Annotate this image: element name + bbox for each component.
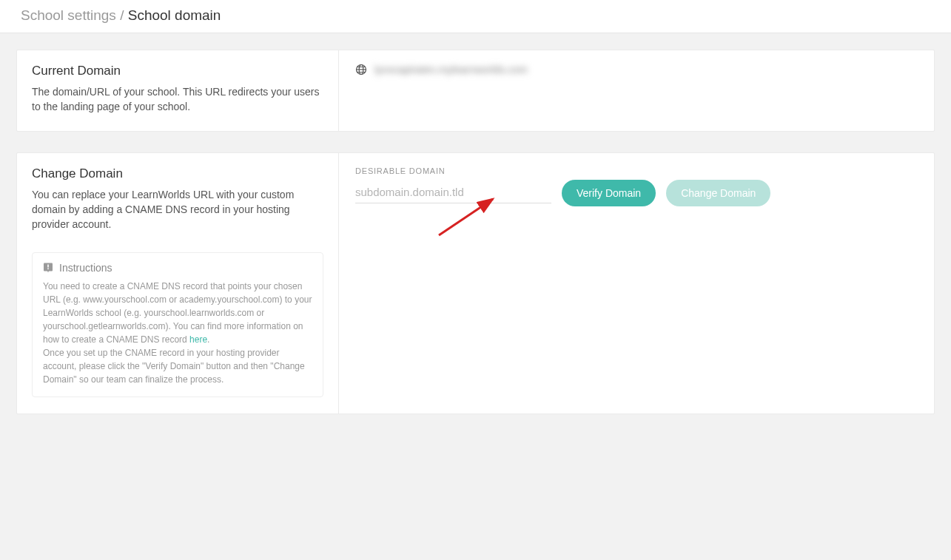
- instructions-card: Instructions You need to create a CNAME …: [32, 252, 323, 397]
- instructions-text-2: .: [207, 334, 209, 345]
- change-domain-title: Change Domain: [32, 166, 323, 181]
- breadcrumb-current: School domain: [128, 7, 221, 23]
- instructions-here-link[interactable]: here: [189, 334, 207, 345]
- svg-marker-4: [47, 271, 49, 273]
- instructions-title: Instructions: [59, 262, 112, 274]
- current-domain-desc: The domain/URL of your school. This URL …: [32, 84, 323, 115]
- globe-icon: [355, 64, 367, 75]
- change-domain-content: DESIRABLE DOMAIN Verify Domain Change Do…: [339, 153, 934, 414]
- instructions-body: You need to create a CNAME DNS record th…: [43, 280, 312, 386]
- current-domain-panel: Current Domain The domain/URL of your sc…: [16, 50, 935, 132]
- change-domain-info: Change Domain You can replace your Learn…: [17, 153, 339, 414]
- instructions-text-1: You need to create a CNAME DNS record th…: [43, 281, 312, 345]
- current-domain-content: lyoxcapiraten.mylearnworlds.com: [339, 50, 934, 131]
- breadcrumb: School settings / School domain: [21, 7, 930, 24]
- instructions-text-3: Once you set up the CNAME record in your…: [43, 348, 305, 385]
- note-icon: [43, 263, 53, 273]
- breadcrumb-parent[interactable]: School settings: [21, 7, 116, 23]
- svg-rect-5: [47, 265, 49, 268]
- verify-domain-button[interactable]: Verify Domain: [562, 180, 656, 206]
- current-domain-info: Current Domain The domain/URL of your sc…: [17, 50, 339, 131]
- svg-rect-6: [47, 269, 49, 270]
- desirable-domain-input[interactable]: [355, 183, 551, 203]
- desirable-domain-label: DESIRABLE DOMAIN: [355, 166, 918, 175]
- breadcrumb-separator: /: [120, 7, 124, 23]
- change-domain-button[interactable]: Change Domain: [666, 180, 770, 206]
- current-domain-value: lyoxcapiraten.mylearnworlds.com: [374, 64, 528, 75]
- current-domain-title: Current Domain: [32, 64, 323, 78]
- change-domain-desc: You can replace your LearnWorlds URL wit…: [32, 187, 323, 232]
- breadcrumb-bar: School settings / School domain: [0, 0, 951, 33]
- change-domain-panel: Change Domain You can replace your Learn…: [16, 152, 935, 415]
